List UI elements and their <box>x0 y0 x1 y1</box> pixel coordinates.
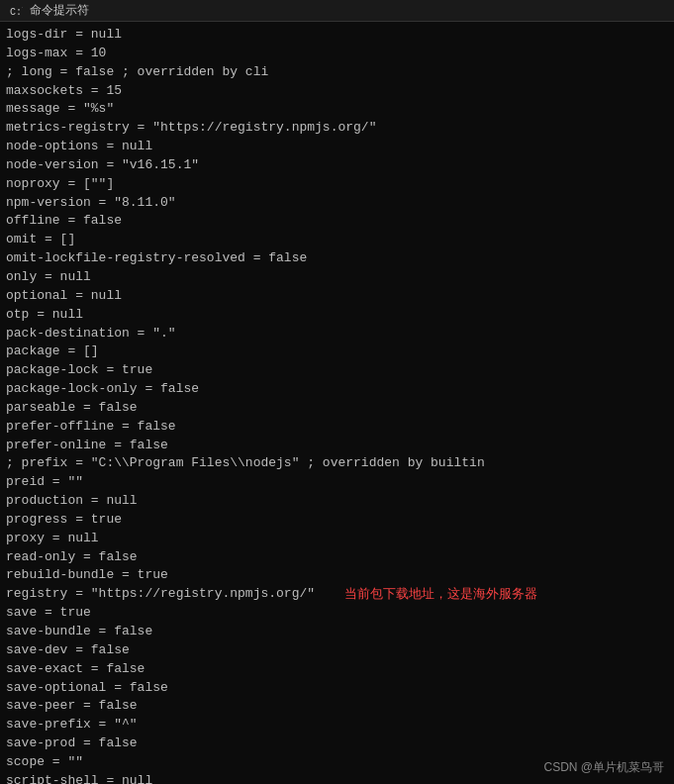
terminal-line: node-options = null <box>6 138 668 156</box>
terminal-line: production = null <box>6 492 668 511</box>
terminal-line: ; long = false ; overridden by cli <box>6 63 668 82</box>
terminal-line: prefer-offline = false <box>6 418 668 437</box>
terminal-line: save-prefix = "^" <box>6 716 668 735</box>
terminal-content: logs-dir = nulllogs-max = 10; long = fal… <box>0 22 674 784</box>
terminal-line: package-lock = true <box>6 361 668 380</box>
svg-text:C:\: C:\ <box>10 7 23 18</box>
terminal-line: only = null <box>6 268 668 287</box>
terminal-line: save-prod = false <box>6 735 668 753</box>
terminal-line: save-dev = false <box>6 641 668 660</box>
terminal-line: metrics-registry = "https://registry.npm… <box>6 119 668 138</box>
title-bar-text: 命令提示符 <box>30 2 89 19</box>
terminal-line: offline = false <box>6 212 668 231</box>
terminal-line: progress = true <box>6 511 668 530</box>
terminal-line: save-bundle = false <box>6 623 668 641</box>
registry-text: registry = "https://registry.npmjs.org/" <box>6 585 315 604</box>
terminal-line: save-exact = false <box>6 660 668 679</box>
terminal-line: optional = null <box>6 287 668 306</box>
terminal-line: noproxy = [""] <box>6 175 668 194</box>
terminal-line: prefer-online = false <box>6 437 668 455</box>
title-bar: C:\ 命令提示符 <box>0 0 674 22</box>
terminal-line: node-version = "v16.15.1" <box>6 156 668 175</box>
title-bar-icon: C:\ <box>8 3 24 19</box>
terminal-line: logs-dir = null <box>6 26 668 45</box>
terminal-line: proxy = null <box>6 530 668 548</box>
terminal-line: maxsockets = 15 <box>6 82 668 101</box>
watermark: CSDN @单片机菜鸟哥 <box>543 759 664 776</box>
registry-annotation: 当前包下载地址，这是海外服务器 <box>344 585 537 604</box>
terminal-line: package-lock-only = false <box>6 380 668 399</box>
terminal-lines-before: logs-dir = nulllogs-max = 10; long = fal… <box>6 26 668 585</box>
registry-line: registry = "https://registry.npmjs.org/"… <box>6 585 668 604</box>
terminal-line: read-only = false <box>6 548 668 567</box>
terminal-line: omit = [] <box>6 231 668 249</box>
terminal-line: parseable = false <box>6 399 668 418</box>
terminal-line: save = true <box>6 604 668 623</box>
terminal-lines-after: save = truesave-bundle = falsesave-dev =… <box>6 604 668 784</box>
terminal-line: pack-destination = "." <box>6 325 668 343</box>
terminal-line: rebuild-bundle = true <box>6 566 668 585</box>
terminal-line: npm-version = "8.11.0" <box>6 194 668 213</box>
terminal-line: ; prefix = "C:\\Program Files\\nodejs" ;… <box>6 454 668 473</box>
terminal-line: package = [] <box>6 343 668 361</box>
terminal-line: omit-lockfile-registry-resolved = false <box>6 249 668 268</box>
terminal-line: logs-max = 10 <box>6 45 668 63</box>
terminal-line: message = "%s" <box>6 100 668 119</box>
terminal-line: preid = "" <box>6 473 668 492</box>
terminal-line: otp = null <box>6 306 668 325</box>
terminal-line: save-peer = false <box>6 697 668 716</box>
terminal-line: save-optional = false <box>6 679 668 698</box>
